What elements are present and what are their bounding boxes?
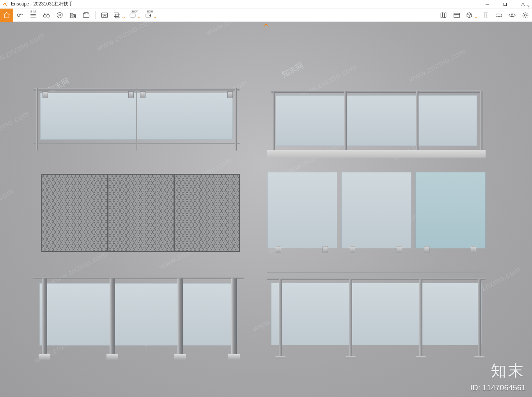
svg-rect-11 bbox=[130, 14, 135, 17]
render-viewport[interactable]: www.znzmo.comwww.znzmo.comwww.znzmo.comw… bbox=[0, 22, 532, 397]
svg-rect-10 bbox=[115, 14, 120, 18]
railing-glass-square-baluster bbox=[33, 271, 244, 361]
video-path-icon[interactable] bbox=[80, 9, 93, 22]
window-maximize-button[interactable] bbox=[496, 0, 514, 9]
site-context-icon[interactable] bbox=[66, 9, 80, 22]
railing-glass-round-baluster bbox=[267, 269, 486, 363]
exe-export-icon[interactable]: EXE bbox=[142, 9, 158, 22]
asset-id-overlay: ID: 1147064561 bbox=[470, 383, 526, 392]
svg-point-1 bbox=[17, 14, 20, 17]
visual-settings-icon[interactable] bbox=[505, 9, 519, 22]
bim-icon[interactable]: BIM bbox=[27, 9, 40, 22]
chevron-down-icon bbox=[153, 14, 156, 17]
mono-panorama-icon[interactable]: 360° bbox=[127, 9, 142, 22]
screenshot-icon[interactable] bbox=[98, 9, 111, 22]
views-icon[interactable] bbox=[13, 9, 27, 22]
collab-icon[interactable] bbox=[479, 9, 492, 22]
help-icon[interactable]: ? bbox=[524, 0, 532, 13]
svg-rect-0 bbox=[504, 3, 507, 5]
brand-overlay: 知末 bbox=[491, 360, 525, 381]
railing-frameless-glass-clips bbox=[267, 172, 486, 256]
model-stage bbox=[33, 84, 497, 381]
window-minimize-button[interactable] bbox=[478, 0, 496, 9]
svg-point-3 bbox=[47, 14, 50, 17]
main-toolbar: BIM 360° EXE bbox=[0, 9, 532, 22]
svg-rect-13 bbox=[454, 13, 460, 18]
railing-glass-double-rail bbox=[33, 84, 240, 154]
svg-rect-7 bbox=[83, 14, 89, 18]
railing-glass-post-on-slab bbox=[267, 84, 486, 158]
vr-headset-icon[interactable] bbox=[492, 9, 505, 22]
svg-point-15 bbox=[511, 14, 513, 16]
svg-point-4 bbox=[59, 14, 60, 16]
svg-point-2 bbox=[44, 14, 46, 17]
asset-library-icon[interactable] bbox=[450, 9, 463, 22]
watermark-cn: 知末网 bbox=[280, 60, 305, 80]
home-button[interactable] bbox=[0, 9, 13, 22]
minimap-icon[interactable] bbox=[437, 9, 450, 22]
chevron-down-icon bbox=[122, 14, 125, 17]
binoculars-icon[interactable] bbox=[40, 9, 53, 22]
svg-rect-5 bbox=[70, 13, 73, 18]
collapse-toolbar-chevron[interactable] bbox=[263, 22, 269, 29]
chevron-down-icon bbox=[138, 14, 141, 17]
safe-frame-icon[interactable] bbox=[53, 9, 66, 22]
railing-expanded-metal-mesh bbox=[41, 174, 240, 252]
app-logo-icon bbox=[1, 0, 9, 9]
orbit-cube-icon[interactable] bbox=[463, 9, 479, 22]
svg-point-16 bbox=[525, 14, 527, 16]
window-titlebar: Enscape - 20231031栏杆扶手 bbox=[0, 0, 532, 9]
window-title: Enscape - 20231031栏杆扶手 bbox=[11, 1, 73, 7]
chevron-down-icon bbox=[474, 14, 477, 17]
svg-rect-6 bbox=[73, 14, 76, 18]
batch-render-icon[interactable] bbox=[111, 9, 127, 22]
svg-rect-9 bbox=[114, 13, 119, 16]
